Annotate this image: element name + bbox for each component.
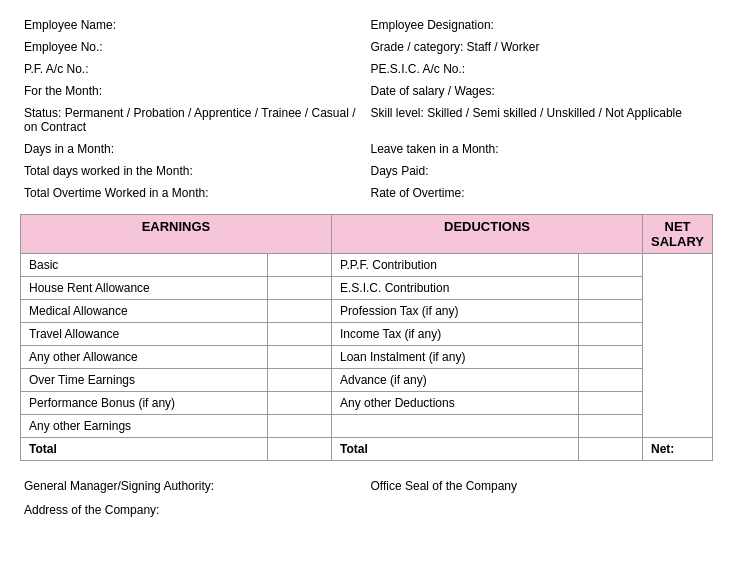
deduction-item-1: P.P.F. Contribution: [331, 254, 578, 277]
earning-item-7: Performance Bonus (if any): [21, 392, 268, 415]
address-label: Address of the Company:: [20, 501, 367, 519]
earning-item-3: Medical Allowance: [21, 300, 268, 323]
net-total-label: Net:: [643, 438, 713, 461]
earning-item-4: Travel Allowance: [21, 323, 268, 346]
earning-item-2: House Rent Allowance: [21, 277, 268, 300]
general-manager-label: General Manager/Signing Authority:: [20, 477, 367, 495]
footer: General Manager/Signing Authority: Offic…: [20, 477, 713, 519]
employee-no-label: Employee No.:: [20, 38, 367, 56]
earning-amount-6: [267, 369, 331, 392]
earning-amount-1: [267, 254, 331, 277]
office-seal-label: Office Seal of the Company: [367, 477, 714, 495]
date-salary-label: Date of salary / Wages:: [367, 82, 714, 100]
earning-item-5: Any other Allowance: [21, 346, 268, 369]
deduction-item-6: Advance (if any): [331, 369, 578, 392]
for-the-month-label: For the Month:: [20, 82, 367, 100]
deduction-amount-8: [578, 415, 642, 438]
rate-overtime-label: Rate of Overtime:: [367, 184, 714, 202]
earning-item-8: Any other Earnings: [21, 415, 268, 438]
earnings-total-amount: [267, 438, 331, 461]
deductions-total-label: Total: [331, 438, 578, 461]
table-row: Basic P.P.F. Contribution: [21, 254, 713, 277]
employee-designation-label: Employee Designation:: [367, 16, 714, 34]
net-salary-header: NET SALARY: [643, 215, 713, 254]
table-row: House Rent Allowance E.S.I.C. Contributi…: [21, 277, 713, 300]
deduction-amount-2: [578, 277, 642, 300]
deduction-amount-3: [578, 300, 642, 323]
deduction-item-3: Profession Tax (if any): [331, 300, 578, 323]
earning-amount-5: [267, 346, 331, 369]
deduction-item-8: [331, 415, 578, 438]
deduction-amount-7: [578, 392, 642, 415]
earning-amount-7: [267, 392, 331, 415]
earning-amount-4: [267, 323, 331, 346]
total-overtime-label: Total Overtime Worked in a Month:: [20, 184, 367, 202]
deduction-item-4: Income Tax (if any): [331, 323, 578, 346]
deductions-total-amount: [578, 438, 642, 461]
salary-table: EARNINGS DEDUCTIONS NET SALARY Basic P.P…: [20, 214, 713, 461]
deduction-item-7: Any other Deductions: [331, 392, 578, 415]
earnings-header: EARNINGS: [21, 215, 332, 254]
total-days-worked-label: Total days worked in the Month:: [20, 162, 367, 180]
deduction-amount-6: [578, 369, 642, 392]
earnings-total-label: Total: [21, 438, 268, 461]
pf-ac-no-label: P.F. A/c No.:: [20, 60, 367, 78]
leave-taken-label: Leave taken in a Month:: [367, 140, 714, 158]
skill-level-label: Skill level: Skilled / Semi skilled / Un…: [367, 104, 714, 136]
table-row: Any other Earnings: [21, 415, 713, 438]
total-row: Total Total Net:: [21, 438, 713, 461]
days-in-month-label: Days in a Month:: [20, 140, 367, 158]
days-paid-label: Days Paid:: [367, 162, 714, 180]
table-header-row: EARNINGS DEDUCTIONS NET SALARY: [21, 215, 713, 254]
table-row: Travel Allowance Income Tax (if any): [21, 323, 713, 346]
table-row: Medical Allowance Profession Tax (if any…: [21, 300, 713, 323]
table-row: Over Time Earnings Advance (if any): [21, 369, 713, 392]
grade-category-label: Grade / category: Staff / Worker: [367, 38, 714, 56]
earning-amount-3: [267, 300, 331, 323]
info-header: Employee Name: Employee Designation: Emp…: [20, 16, 713, 202]
net-salary-cell: [643, 254, 713, 438]
deductions-header: DEDUCTIONS: [331, 215, 642, 254]
earning-amount-8: [267, 415, 331, 438]
deduction-amount-4: [578, 323, 642, 346]
table-row: Any other Allowance Loan Instalment (if …: [21, 346, 713, 369]
earning-item-6: Over Time Earnings: [21, 369, 268, 392]
employee-name-label: Employee Name:: [20, 16, 367, 34]
status-label: Status: Permanent / Probation / Apprenti…: [20, 104, 367, 136]
earning-item-1: Basic: [21, 254, 268, 277]
deduction-item-5: Loan Instalment (if any): [331, 346, 578, 369]
pesic-ac-no-label: PE.S.I.C. A/c No.:: [367, 60, 714, 78]
address-value: [367, 501, 714, 519]
table-row: Performance Bonus (if any) Any other Ded…: [21, 392, 713, 415]
deduction-item-2: E.S.I.C. Contribution: [331, 277, 578, 300]
deduction-amount-5: [578, 346, 642, 369]
earning-amount-2: [267, 277, 331, 300]
deduction-amount-1: [578, 254, 642, 277]
